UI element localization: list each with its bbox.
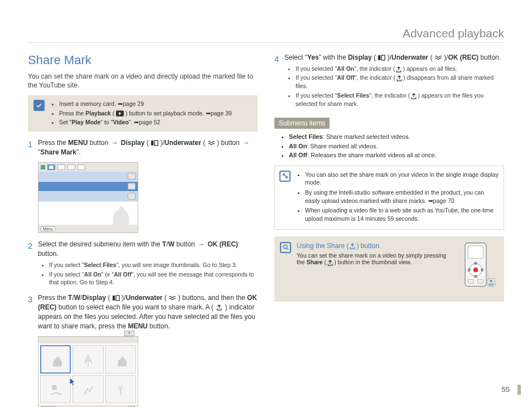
section-title: Share Mark	[28, 53, 258, 67]
share-indicator-icon	[349, 243, 356, 249]
share-indicator-icon	[326, 260, 334, 266]
device-illustration	[460, 242, 499, 296]
prereq-item: Set "Play Mode" to "Video". ➥page 52	[59, 118, 232, 126]
ui-screenshot-grid: ⇧ Menu	[38, 336, 138, 407]
svg-rect-16	[474, 262, 477, 264]
display-icon	[151, 140, 158, 146]
step-number: 1	[28, 138, 38, 157]
svg-rect-3	[49, 166, 54, 169]
share-indicator-icon	[395, 66, 403, 72]
tip-box: Using the Share () button You can set th…	[274, 236, 504, 302]
prereq-item: Press the Playback ( ) button to set pla…	[59, 109, 232, 117]
submenu-header: Submenu items	[274, 118, 330, 129]
tip-body-text: You can set the share mark on a video by…	[297, 252, 454, 266]
left-column: Share Mark You can set the share mark on…	[28, 53, 258, 407]
tip-title: Using the Share () button	[297, 242, 454, 250]
playback-icon	[116, 110, 124, 117]
underwater-icon	[434, 55, 442, 61]
svg-rect-8	[378, 55, 380, 60]
cursor-icon	[69, 377, 79, 387]
svg-rect-2	[154, 140, 158, 146]
share-indicator-icon	[395, 75, 403, 81]
tab-photo-icon	[57, 164, 65, 170]
prerequisite-box: Insert a memory card. ➥page 29 Press the…	[28, 95, 258, 132]
submenu-list: Select Files: Share marked selected vide…	[274, 132, 504, 160]
tab-video-icon	[47, 164, 55, 170]
step-number: 2	[28, 240, 38, 288]
display-icon	[112, 295, 120, 301]
svg-rect-17	[474, 275, 477, 277]
share-indicator-icon	[410, 93, 418, 99]
svg-rect-21	[477, 279, 483, 283]
right-column: 4 Select "Yes" with the Display ( )/Unde…	[274, 53, 504, 407]
svg-point-10	[283, 245, 287, 249]
tab-share-icon	[67, 164, 75, 170]
menu-button-label: Menu	[41, 226, 55, 231]
display-icon	[378, 55, 385, 61]
svg-rect-4	[113, 296, 115, 301]
svg-line-11	[287, 249, 288, 250]
step-2: 2 Select the desired submenu item with t…	[28, 240, 258, 288]
step-number: 3	[28, 293, 38, 331]
svg-point-15	[473, 268, 478, 273]
step-number: 4	[274, 53, 284, 109]
svg-rect-19	[481, 268, 483, 271]
prereq-item: Insert a memory card. ➥page 29	[59, 100, 232, 108]
page-edge-bar	[518, 385, 521, 395]
svg-rect-9	[381, 55, 385, 60]
step-1: 1 Press the MENU button → Display ( )/Un…	[28, 138, 258, 157]
svg-point-6	[51, 385, 56, 390]
intro-text: You can set the share mark on a video an…	[28, 72, 258, 90]
svg-rect-5	[116, 296, 119, 301]
note-item: You can also set the share mark on your …	[305, 171, 499, 187]
check-icon	[33, 100, 45, 111]
page-header: Advanced playback	[28, 27, 504, 43]
note-item: By using the Intelli-studio software emb…	[305, 188, 499, 205]
underwater-icon	[168, 295, 176, 301]
tab-settings-icon	[78, 164, 85, 170]
magnify-icon	[280, 242, 291, 253]
step-4: 4 Select "Yes" with the Display ( )/Unde…	[274, 53, 504, 109]
svg-rect-13	[468, 246, 483, 258]
note-icon	[279, 171, 291, 182]
svg-rect-18	[468, 268, 470, 271]
svg-rect-20	[468, 279, 473, 283]
ui-screenshot-list: Menu	[38, 162, 138, 233]
page-number: 55	[502, 385, 510, 394]
underwater-icon	[207, 140, 215, 146]
share-indicator-icon	[215, 304, 223, 311]
svg-rect-1	[151, 140, 153, 146]
note-item: When uploading a video file to a web sit…	[305, 206, 499, 222]
note-box: You can also set the share mark on your …	[274, 166, 504, 230]
share-indicator-icon: ⇧	[124, 331, 134, 336]
step-3: 3 Press the T/W/Display ( )/Underwater (…	[28, 293, 258, 331]
